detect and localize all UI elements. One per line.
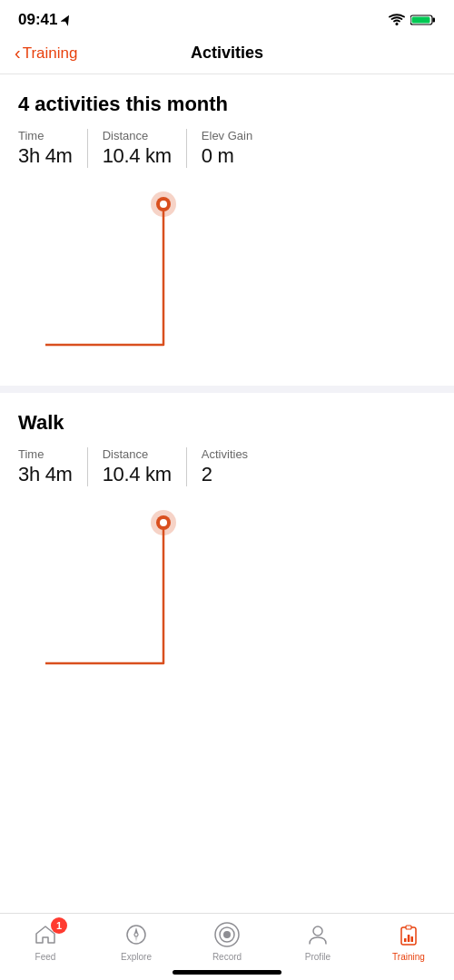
walk-heading: Walk [18, 411, 436, 435]
training-label: Training [392, 952, 425, 962]
record-label: Record [212, 952, 242, 962]
stats-row: Time 3h 4m Distance 10.4 km Elev Gain 0 … [18, 129, 436, 168]
compass-icon [124, 923, 148, 946]
walk-stat-activities: Activities 2 [202, 447, 262, 486]
tab-record-icon-wrapper [211, 921, 243, 948]
tab-explore[interactable]: Explore [109, 921, 163, 962]
status-icons [389, 14, 436, 26]
stat-time-value: 3h 4m [18, 144, 73, 168]
stat-time-label: Time [18, 129, 73, 142]
feed-label: Feed [35, 952, 56, 962]
back-label: Training [23, 44, 78, 63]
activities-chart [18, 177, 436, 377]
stat-time: Time 3h 4m [18, 129, 88, 168]
person-icon [306, 923, 330, 946]
stat-elev-label: Elev Gain [202, 129, 252, 142]
tab-explore-icon-wrapper [120, 921, 153, 948]
status-bar: 09:41 [0, 0, 454, 34]
svg-point-18 [313, 926, 322, 936]
stat-elev: Elev Gain 0 m [202, 129, 267, 168]
nav-bar: ‹ Training Activities [0, 34, 454, 74]
walk-stats-row: Time 3h 4m Distance 10.4 km Activities 2 [18, 447, 436, 486]
svg-marker-0 [61, 14, 72, 26]
tab-record[interactable]: Record [200, 921, 254, 962]
svg-point-10 [160, 519, 167, 526]
svg-point-1 [396, 23, 399, 25]
tab-feed[interactable]: 1 Feed [18, 921, 73, 962]
explore-label: Explore [121, 952, 152, 962]
svg-rect-3 [433, 18, 436, 23]
tab-training[interactable]: Training [381, 921, 436, 962]
walk-activities-value: 2 [202, 463, 248, 486]
walk-distance-label: Distance [103, 447, 172, 461]
section-heading: 4 activities this month [18, 93, 436, 116]
chevron-left-icon: ‹ [15, 43, 21, 64]
chart-bar-icon [397, 923, 420, 946]
walk-stat-time: Time 3h 4m [18, 447, 88, 486]
status-time: 09:41 [18, 11, 72, 29]
page-title: Activities [191, 44, 263, 63]
stat-distance-value: 10.4 km [103, 144, 172, 168]
home-indicator [173, 970, 281, 975]
location-arrow-icon [61, 14, 72, 26]
svg-rect-21 [404, 938, 407, 942]
svg-rect-23 [411, 936, 414, 942]
svg-marker-13 [134, 927, 138, 934]
stat-distance-label: Distance [103, 129, 172, 142]
wifi-icon [389, 14, 405, 26]
walk-time-value: 3h 4m [18, 463, 73, 486]
svg-marker-14 [134, 936, 138, 942]
tab-profile-icon-wrapper [301, 921, 334, 948]
back-button[interactable]: ‹ Training [15, 43, 77, 64]
activities-section: 4 activities this month Time 3h 4m Dista… [0, 74, 454, 386]
battery-icon [410, 14, 436, 26]
stat-distance: Distance 10.4 km [103, 129, 187, 168]
svg-rect-22 [408, 935, 410, 942]
record-icon [213, 921, 241, 948]
feed-badge: 1 [51, 917, 67, 934]
svg-rect-20 [406, 926, 411, 929]
svg-rect-4 [412, 17, 430, 24]
walk-stat-distance: Distance 10.4 km [103, 447, 187, 486]
tab-profile[interactable]: Profile [291, 921, 345, 962]
tab-feed-icon-wrapper: 1 [29, 921, 62, 948]
profile-label: Profile [305, 952, 331, 962]
content-area: 4 activities this month Time 3h 4m Dista… [0, 74, 454, 786]
walk-section: Walk Time 3h 4m Distance 10.4 km Activit… [0, 386, 454, 704]
tab-training-icon-wrapper [392, 921, 425, 948]
svg-point-7 [160, 201, 167, 208]
walk-activities-label: Activities [202, 447, 248, 461]
walk-chart [18, 495, 436, 695]
walk-distance-value: 10.4 km [103, 463, 172, 486]
svg-point-17 [223, 931, 231, 938]
walk-time-label: Time [18, 447, 73, 461]
stat-elev-value: 0 m [202, 144, 252, 168]
